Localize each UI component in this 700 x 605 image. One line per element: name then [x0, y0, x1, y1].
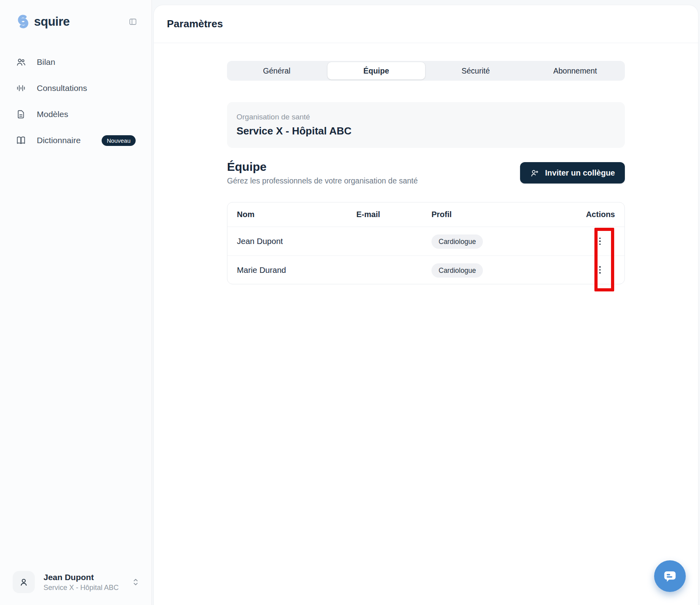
sidebar-item-label: Dictionnaire — [37, 136, 81, 145]
table-header-row: Nom E-mail Profil Actions — [227, 202, 624, 227]
table-row: Marie Durand Cardiologue — [227, 255, 624, 284]
kebab-dot — [599, 272, 601, 274]
organization-card: Organisation de santé Service X - Hôpita… — [227, 102, 625, 148]
kebab-dot — [599, 238, 601, 239]
column-header-nom: Nom — [237, 210, 356, 219]
profile-badge: Cardiologue — [431, 234, 483, 249]
logo-text: squire — [34, 15, 70, 29]
document-icon — [16, 109, 26, 119]
settings-content: Général Équipe Sécurité Abonnement Organ… — [227, 61, 625, 284]
invite-colleague-button[interactable]: Inviter un collègue — [520, 162, 625, 183]
panel-left-icon — [129, 17, 137, 26]
chevron-up-down-icon[interactable] — [132, 577, 139, 587]
organization-label: Organisation de santé — [236, 113, 615, 121]
chat-bubble-icon — [661, 567, 679, 585]
row-actions-menu-button[interactable] — [591, 233, 609, 250]
user-menu[interactable]: Jean Dupont Service X - Hôpital ABC — [13, 571, 139, 593]
team-section-header: Équipe Gérez les professionnels de votre… — [227, 160, 625, 185]
avatar — [13, 571, 35, 593]
team-title: Équipe — [227, 160, 418, 174]
team-table: Nom E-mail Profil Actions Jean Dupont Ca… — [227, 202, 625, 284]
user-info: Jean Dupont Service X - Hôpital ABC — [44, 573, 119, 592]
sidebar: squire Bilan Co — [0, 0, 152, 605]
waveform-icon — [16, 83, 26, 93]
main-area: Paramètres Général Équipe Sécurité Abonn… — [152, 0, 700, 605]
team-subtitle: Gérez les professionnels de votre organi… — [227, 176, 418, 185]
table-row: Jean Dupont Cardiologue — [227, 227, 624, 255]
sidebar-item-label: Modèles — [37, 110, 68, 119]
tab-abonnement[interactable]: Abonnement — [526, 61, 625, 81]
chat-widget-button[interactable] — [654, 560, 686, 592]
page-title: Paramètres — [167, 18, 223, 30]
sidebar-item-bilan[interactable]: Bilan — [16, 49, 136, 75]
tab-securite[interactable]: Sécurité — [426, 61, 526, 81]
page-header: Paramètres — [154, 5, 698, 43]
tab-general[interactable]: Général — [227, 61, 327, 81]
organization-name: Service X - Hôpital ABC — [236, 125, 615, 137]
kebab-dot — [599, 244, 601, 245]
kebab-dot — [599, 269, 601, 271]
sidebar-collapse-button[interactable] — [129, 17, 137, 26]
settings-card: Paramètres Général Équipe Sécurité Abonn… — [153, 5, 698, 605]
sidebar-item-consultations[interactable]: Consultations — [16, 75, 136, 101]
sidebar-item-label: Consultations — [37, 83, 87, 93]
squire-logo-icon — [16, 14, 30, 29]
sidebar-nav: Bilan Consultations Modèles — [0, 49, 151, 153]
member-name: Marie Durand — [237, 265, 356, 275]
sidebar-item-modeles[interactable]: Modèles — [16, 101, 136, 127]
tab-equipe[interactable]: Équipe — [327, 62, 426, 79]
column-header-profil: Profil — [431, 210, 552, 219]
column-header-actions: Actions — [586, 210, 615, 219]
kebab-dot — [599, 240, 601, 242]
member-name: Jean Dupont — [237, 236, 356, 246]
row-actions-menu-button[interactable] — [591, 261, 609, 279]
user-organization: Service X - Hôpital ABC — [44, 584, 119, 592]
invite-button-label: Inviter un collègue — [545, 168, 615, 178]
team-heading-block: Équipe Gérez les professionnels de votre… — [227, 160, 418, 185]
profile-badge: Cardiologue — [431, 263, 483, 278]
user-plus-icon — [530, 168, 539, 178]
nouveau-badge: Nouveau — [102, 135, 136, 146]
user-name: Jean Dupont — [44, 573, 119, 582]
sidebar-item-label: Bilan — [37, 57, 55, 67]
column-header-email: E-mail — [356, 210, 431, 219]
settings-tabs: Général Équipe Sécurité Abonnement — [227, 61, 625, 81]
person-icon — [19, 577, 29, 587]
book-icon — [16, 135, 26, 146]
users-icon — [16, 57, 26, 67]
sidebar-item-dictionnaire[interactable]: Dictionnaire Nouveau — [16, 127, 136, 153]
logo: squire — [0, 0, 151, 29]
kebab-dot — [599, 266, 601, 268]
